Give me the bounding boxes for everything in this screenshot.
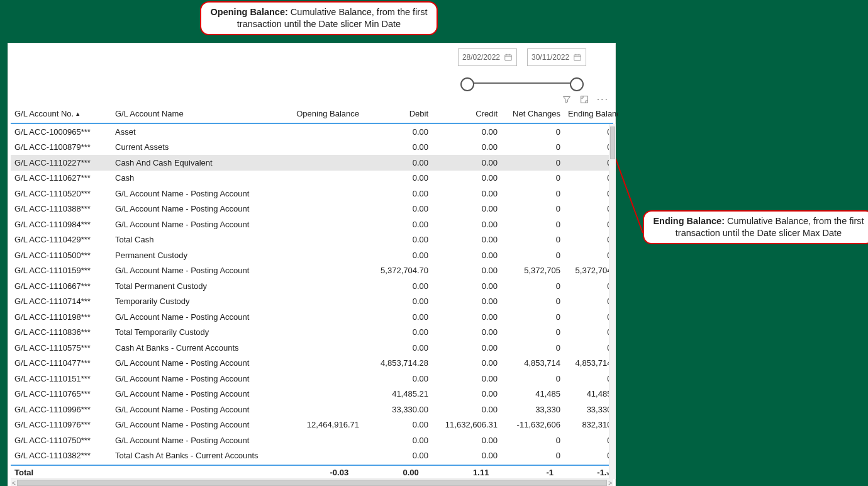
cell-no: G/L ACC-1110227*** xyxy=(11,155,111,171)
table-row[interactable]: G/L ACC-1110382***Total Cash At Banks - … xyxy=(11,448,613,464)
cell-no: G/L ACC-1110198*** xyxy=(11,309,111,325)
col-opening-balance[interactable]: Opening Balance xyxy=(281,106,363,122)
cell-opening xyxy=(281,402,363,417)
cell-credit: 0.00 xyxy=(432,201,501,217)
cell-ending: 0. xyxy=(564,124,613,140)
cell-net: 0 xyxy=(501,448,564,464)
table-row[interactable]: G/L ACC-1110996***G/L Account Name - Pos… xyxy=(11,402,613,417)
callout-ending-balance: Ending Balance: Cumulative Balance, from… xyxy=(643,210,868,244)
vertical-scroll-thumb[interactable] xyxy=(610,127,615,159)
cell-debit: 5,372,704.70 xyxy=(363,263,432,279)
cell-debit: 0.00 xyxy=(363,140,432,155)
table-row[interactable]: G/L ACC-1110750***G/L Account Name - Pos… xyxy=(11,432,613,448)
cell-debit: 0.00 xyxy=(363,309,432,325)
table-row[interactable]: G/L ACC-1110714***Temporarily Custody0.0… xyxy=(11,294,613,310)
date-range-slider[interactable] xyxy=(453,71,591,96)
table-row[interactable]: G/L ACC-1110477***G/L Account Name - Pos… xyxy=(11,356,613,371)
cell-no: G/L ACC-1110627*** xyxy=(11,171,111,186)
cell-debit: 0.00 xyxy=(363,124,432,140)
cell-opening xyxy=(281,294,363,310)
cell-debit: 33,330.00 xyxy=(363,402,432,417)
table-row[interactable]: G/L ACC-1110388***G/L Account Name - Pos… xyxy=(11,201,613,217)
table-row[interactable]: G/L ACC-1110984***G/L Account Name - Pos… xyxy=(11,217,613,232)
cell-ending: 33,330. xyxy=(564,402,613,417)
cell-credit: 0.00 xyxy=(432,356,501,371)
cell-no: G/L ACC-1110429*** xyxy=(11,232,111,248)
cell-no: G/L ACC-1110520*** xyxy=(11,186,111,201)
calendar-icon xyxy=(573,53,582,62)
cell-ending: 0. xyxy=(564,247,613,263)
table-row[interactable]: G/L ACC-1110159***G/L Account Name - Pos… xyxy=(11,263,613,279)
slider-thumb-end[interactable] xyxy=(570,77,584,91)
cell-net: 0 xyxy=(501,309,564,325)
col-debit[interactable]: Debit xyxy=(363,106,432,122)
cell-net: 0 xyxy=(501,371,564,387)
cell-debit: 0.00 xyxy=(363,417,432,433)
table-row[interactable]: G/L ACC-1110836***Total Temporarily Cust… xyxy=(11,325,613,341)
cell-credit: 0.00 xyxy=(432,247,501,263)
callout-ending-label: Ending Balance: xyxy=(653,216,725,226)
table-row[interactable]: G/L ACC-1110627***Cash0.000.0000. xyxy=(11,171,613,186)
horizontal-scrollbar[interactable]: < > xyxy=(11,478,613,486)
table-row[interactable]: G/L ACC-1110520***G/L Account Name - Pos… xyxy=(11,186,613,201)
cell-opening xyxy=(281,325,363,341)
table-row[interactable]: G/L ACC-1110667***Total Permanent Custod… xyxy=(11,278,613,294)
col-ending-balance[interactable]: Ending Balanc⌃ xyxy=(564,106,618,122)
focus-mode-icon[interactable] xyxy=(579,94,589,105)
cell-credit: 0.00 xyxy=(432,217,501,232)
cell-no: G/L ACC-1110765*** xyxy=(11,387,111,402)
table-row[interactable]: G/L ACC-1110575***Cash At Banks - Curren… xyxy=(11,340,613,356)
cell-opening xyxy=(281,232,363,248)
cell-debit: 0.00 xyxy=(363,325,432,341)
horizontal-scroll-thumb[interactable] xyxy=(17,480,607,486)
cell-ending: 0. xyxy=(564,232,613,248)
slider-thumb-start[interactable] xyxy=(460,77,474,91)
col-net-changes[interactable]: Net Changes xyxy=(501,106,564,122)
cell-debit: 0.00 xyxy=(363,201,432,217)
cell-credit: 0.00 xyxy=(432,448,501,464)
cell-debit: 4,853,714.28 xyxy=(363,356,432,371)
date-slicer[interactable]: 28/02/2022 30/11/2022 xyxy=(453,48,591,99)
table-row[interactable]: G/L ACC-1110227***Cash And Cash Equivale… xyxy=(11,155,613,171)
vertical-scrollbar[interactable] xyxy=(609,124,616,479)
cell-debit: 0.00 xyxy=(363,340,432,356)
table-row[interactable]: G/L ACC-1110151***G/L Account Name - Pos… xyxy=(11,371,613,387)
table-row[interactable]: G/L ACC-1110976***G/L Account Name - Pos… xyxy=(11,417,613,433)
cell-net: 4,853,714 xyxy=(501,356,564,371)
cell-credit: 11,632,606.31 xyxy=(432,417,501,433)
table-row[interactable]: G/L ACC-1000965***Asset0.000.0000. xyxy=(11,124,613,140)
cell-net: 0 xyxy=(501,294,564,310)
cell-ending: 0. xyxy=(564,155,613,171)
filter-icon[interactable] xyxy=(562,94,572,105)
cell-credit: 0.00 xyxy=(432,402,501,417)
more-options-icon[interactable]: ··· xyxy=(597,96,609,103)
total-opening: -0.03 xyxy=(270,466,352,479)
cell-credit: 0.00 xyxy=(432,432,501,448)
cell-ending: 832,310. xyxy=(564,417,613,433)
table-row[interactable]: G/L ACC-1110765***G/L Account Name - Pos… xyxy=(11,387,613,402)
table-row[interactable]: G/L ACC-1110500***Permanent Custody0.000… xyxy=(11,247,613,263)
cell-name: G/L Account Name - Posting Account xyxy=(111,217,281,232)
col-credit[interactable]: Credit xyxy=(432,106,501,122)
date-start-input[interactable]: 28/02/2022 xyxy=(458,48,517,66)
cell-net: 0 xyxy=(501,325,564,341)
cell-net: 5,372,705 xyxy=(501,263,564,279)
cell-debit: 0.00 xyxy=(363,294,432,310)
cell-credit: 0.00 xyxy=(432,325,501,341)
cell-debit: 0.00 xyxy=(363,217,432,232)
scroll-right-icon[interactable]: > xyxy=(608,480,612,487)
scroll-left-icon[interactable]: < xyxy=(12,480,16,487)
col-account-name[interactable]: G/L Account Name xyxy=(111,106,281,122)
table-row[interactable]: G/L ACC-1100879***Current Assets0.000.00… xyxy=(11,140,613,155)
cell-credit: 0.00 xyxy=(432,278,501,294)
table-row[interactable]: G/L ACC-1110429***Total Cash0.000.0000. xyxy=(11,232,613,248)
cell-opening xyxy=(281,387,363,402)
cell-no: G/L ACC-1000965*** xyxy=(11,124,111,140)
cell-ending: 0. xyxy=(564,186,613,201)
cell-net: 0 xyxy=(501,155,564,171)
table-row[interactable]: G/L ACC-1110198***G/L Account Name - Pos… xyxy=(11,309,613,325)
cell-no: G/L ACC-1110159*** xyxy=(11,263,111,279)
col-account-no[interactable]: G/L Account No.▲ xyxy=(11,106,111,122)
visual-toolbar: ··· xyxy=(562,94,609,105)
date-end-input[interactable]: 30/11/2022 xyxy=(527,48,586,66)
